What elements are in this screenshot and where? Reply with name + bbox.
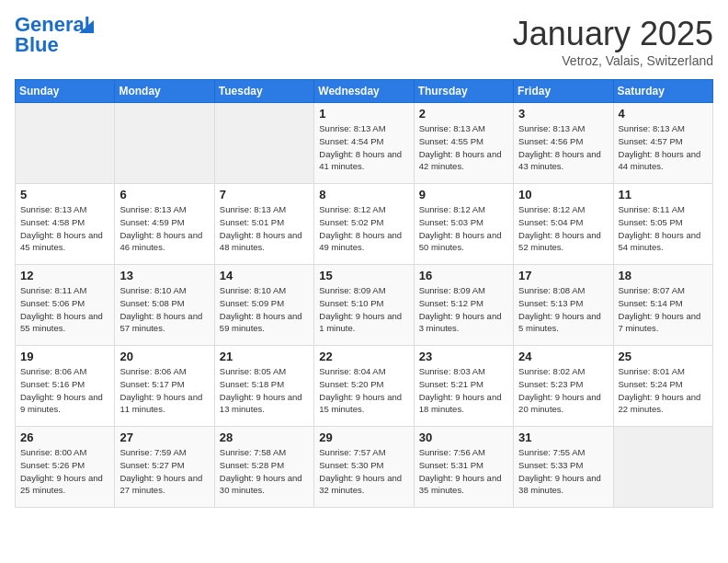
weekday-header-tuesday: Tuesday <box>214 80 313 103</box>
calendar-cell: 22Sunrise: 8:04 AM Sunset: 5:20 PM Dayli… <box>314 346 414 427</box>
day-number: 21 <box>220 350 309 363</box>
day-number: 30 <box>419 431 508 444</box>
day-info: Sunrise: 7:55 AM Sunset: 5:33 PM Dayligh… <box>518 446 608 497</box>
day-info: Sunrise: 8:13 AM Sunset: 5:01 PM Dayligh… <box>220 203 309 254</box>
day-info: Sunrise: 8:02 AM Sunset: 5:23 PM Dayligh… <box>518 365 608 416</box>
day-number: 22 <box>319 350 408 363</box>
day-info: Sunrise: 8:13 AM Sunset: 4:57 PM Dayligh… <box>619 122 708 173</box>
calendar-cell: 2Sunrise: 8:13 AM Sunset: 4:55 PM Daylig… <box>414 103 513 184</box>
calendar-cell: 26Sunrise: 8:00 AM Sunset: 5:26 PM Dayli… <box>16 427 115 508</box>
calendar-cell: 21Sunrise: 8:05 AM Sunset: 5:18 PM Dayli… <box>214 346 313 427</box>
day-info: Sunrise: 8:01 AM Sunset: 5:24 PM Dayligh… <box>619 365 708 416</box>
day-info: Sunrise: 8:00 AM Sunset: 5:26 PM Dayligh… <box>20 446 109 497</box>
day-info: Sunrise: 8:05 AM Sunset: 5:18 PM Dayligh… <box>220 365 309 416</box>
week-row-4: 19Sunrise: 8:06 AM Sunset: 5:16 PM Dayli… <box>16 346 713 427</box>
day-info: Sunrise: 8:12 AM Sunset: 5:04 PM Dayligh… <box>518 203 608 254</box>
day-info: Sunrise: 8:11 AM Sunset: 5:06 PM Dayligh… <box>20 284 109 335</box>
day-info: Sunrise: 8:10 AM Sunset: 5:09 PM Dayligh… <box>220 284 309 335</box>
weekday-header-thursday: Thursday <box>414 80 513 103</box>
calendar-cell: 18Sunrise: 8:07 AM Sunset: 5:14 PM Dayli… <box>613 265 712 346</box>
day-info: Sunrise: 8:03 AM Sunset: 5:21 PM Dayligh… <box>419 365 508 416</box>
calendar-cell: 28Sunrise: 7:58 AM Sunset: 5:28 PM Dayli… <box>214 427 313 508</box>
day-info: Sunrise: 8:11 AM Sunset: 5:05 PM Dayligh… <box>619 203 708 254</box>
day-number: 2 <box>419 107 508 121</box>
day-number: 8 <box>319 188 408 201</box>
day-info: Sunrise: 8:10 AM Sunset: 5:08 PM Dayligh… <box>119 284 209 335</box>
day-number: 13 <box>119 269 209 282</box>
week-row-1: 1Sunrise: 8:13 AM Sunset: 4:54 PM Daylig… <box>16 103 713 184</box>
calendar-table: SundayMondayTuesdayWednesdayThursdayFrid… <box>15 79 713 508</box>
day-number: 17 <box>518 269 608 282</box>
calendar-cell: 31Sunrise: 7:55 AM Sunset: 5:33 PM Dayli… <box>514 427 613 508</box>
weekday-header-row: SundayMondayTuesdayWednesdayThursdayFrid… <box>16 80 713 103</box>
calendar-cell: 30Sunrise: 7:56 AM Sunset: 5:31 PM Dayli… <box>414 427 513 508</box>
week-row-5: 26Sunrise: 8:00 AM Sunset: 5:26 PM Dayli… <box>16 427 713 508</box>
calendar-cell: 8Sunrise: 8:12 AM Sunset: 5:02 PM Daylig… <box>314 184 414 265</box>
day-info: Sunrise: 8:12 AM Sunset: 5:02 PM Dayligh… <box>319 203 408 254</box>
day-number: 31 <box>518 431 608 444</box>
logo-text: General <box>15 15 90 35</box>
calendar-title: January 2025 <box>513 15 713 53</box>
day-info: Sunrise: 8:12 AM Sunset: 5:03 PM Dayligh… <box>419 203 508 254</box>
day-number: 18 <box>619 269 708 282</box>
day-number: 16 <box>419 269 508 282</box>
calendar-cell <box>613 427 712 508</box>
day-number: 27 <box>119 431 209 444</box>
day-info: Sunrise: 8:06 AM Sunset: 5:16 PM Dayligh… <box>20 365 109 416</box>
calendar-cell <box>115 103 214 184</box>
calendar-subtitle: Vetroz, Valais, Switzerland <box>513 53 713 68</box>
day-info: Sunrise: 7:58 AM Sunset: 5:28 PM Dayligh… <box>220 446 309 497</box>
calendar-cell: 3Sunrise: 8:13 AM Sunset: 4:56 PM Daylig… <box>514 103 613 184</box>
calendar-cell: 24Sunrise: 8:02 AM Sunset: 5:23 PM Dayli… <box>514 346 613 427</box>
day-number: 15 <box>319 269 408 282</box>
day-number: 14 <box>220 269 309 282</box>
calendar-cell <box>214 103 313 184</box>
week-row-2: 5Sunrise: 8:13 AM Sunset: 4:58 PM Daylig… <box>16 184 713 265</box>
day-number: 3 <box>518 107 608 121</box>
day-number: 10 <box>518 188 608 201</box>
title-block: January 2025 Vetroz, Valais, Switzerland <box>513 15 713 68</box>
day-info: Sunrise: 8:08 AM Sunset: 5:13 PM Dayligh… <box>518 284 608 335</box>
day-info: Sunrise: 8:13 AM Sunset: 4:54 PM Dayligh… <box>319 122 408 173</box>
logo-triangle-icon <box>79 20 94 33</box>
weekday-header-friday: Friday <box>514 80 613 103</box>
day-info: Sunrise: 8:06 AM Sunset: 5:17 PM Dayligh… <box>119 365 209 416</box>
calendar-cell: 12Sunrise: 8:11 AM Sunset: 5:06 PM Dayli… <box>16 265 115 346</box>
calendar-cell: 15Sunrise: 8:09 AM Sunset: 5:10 PM Dayli… <box>314 265 414 346</box>
day-number: 19 <box>20 350 109 363</box>
day-info: Sunrise: 8:13 AM Sunset: 4:59 PM Dayligh… <box>119 203 209 254</box>
weekday-header-monday: Monday <box>115 80 214 103</box>
day-number: 6 <box>119 188 209 201</box>
calendar-cell: 9Sunrise: 8:12 AM Sunset: 5:03 PM Daylig… <box>414 184 513 265</box>
day-number: 26 <box>20 431 109 444</box>
day-number: 20 <box>119 350 209 363</box>
day-number: 7 <box>220 188 309 201</box>
calendar-cell: 17Sunrise: 8:08 AM Sunset: 5:13 PM Dayli… <box>514 265 613 346</box>
week-row-3: 12Sunrise: 8:11 AM Sunset: 5:06 PM Dayli… <box>16 265 713 346</box>
day-info: Sunrise: 8:13 AM Sunset: 4:58 PM Dayligh… <box>20 203 109 254</box>
day-number: 23 <box>419 350 508 363</box>
page-header: General Blue January 2025 Vetroz, Valais… <box>15 15 713 68</box>
calendar-cell: 14Sunrise: 8:10 AM Sunset: 5:09 PM Dayli… <box>214 265 313 346</box>
calendar-cell: 7Sunrise: 8:13 AM Sunset: 5:01 PM Daylig… <box>214 184 313 265</box>
calendar-cell: 11Sunrise: 8:11 AM Sunset: 5:05 PM Dayli… <box>613 184 712 265</box>
calendar-cell: 16Sunrise: 8:09 AM Sunset: 5:12 PM Dayli… <box>414 265 513 346</box>
day-info: Sunrise: 8:13 AM Sunset: 4:55 PM Dayligh… <box>419 122 508 173</box>
weekday-header-wednesday: Wednesday <box>314 80 414 103</box>
day-number: 12 <box>20 269 109 282</box>
day-number: 11 <box>619 188 708 201</box>
logo-blue: Blue <box>15 35 59 55</box>
day-number: 5 <box>20 188 109 201</box>
day-number: 28 <box>220 431 309 444</box>
day-info: Sunrise: 8:13 AM Sunset: 4:56 PM Dayligh… <box>518 122 608 173</box>
calendar-cell: 1Sunrise: 8:13 AM Sunset: 4:54 PM Daylig… <box>314 103 414 184</box>
calendar-cell: 27Sunrise: 7:59 AM Sunset: 5:27 PM Dayli… <box>115 427 214 508</box>
day-info: Sunrise: 7:57 AM Sunset: 5:30 PM Dayligh… <box>319 446 408 497</box>
svg-marker-0 <box>79 20 94 33</box>
day-number: 24 <box>518 350 608 363</box>
calendar-cell: 20Sunrise: 8:06 AM Sunset: 5:17 PM Dayli… <box>115 346 214 427</box>
calendar-cell: 19Sunrise: 8:06 AM Sunset: 5:16 PM Dayli… <box>16 346 115 427</box>
day-info: Sunrise: 8:09 AM Sunset: 5:10 PM Dayligh… <box>319 284 408 335</box>
calendar-cell: 4Sunrise: 8:13 AM Sunset: 4:57 PM Daylig… <box>613 103 712 184</box>
day-info: Sunrise: 7:59 AM Sunset: 5:27 PM Dayligh… <box>119 446 209 497</box>
